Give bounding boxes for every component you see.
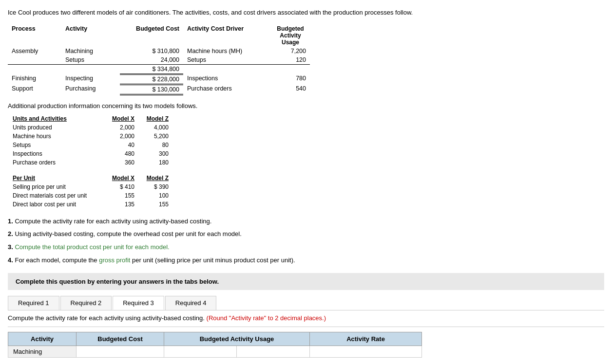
answer-rate-machining-input[interactable]	[315, 348, 417, 355]
units-row-produced: Units produced 2,000 4,000	[8, 123, 173, 132]
answer-header-usage: Budgeted Activity Usage	[164, 332, 310, 346]
units-row-setups: Setups 40 80	[8, 141, 173, 149]
answer-usage1-machining-input[interactable]	[169, 348, 231, 355]
tab-instruction-text: Compute the activity rate for each activ…	[8, 314, 205, 322]
cost-cost-machining: $ 310,800	[120, 47, 183, 55]
cost-header-usage: BudgetedActivityUsage	[271, 24, 310, 47]
units-x-setups: 40	[105, 141, 139, 149]
perunit-row-selling: Selling price per unit $ 410 $ 390	[8, 182, 173, 191]
units-z-inspections: 300	[139, 149, 173, 158]
cost-activity-machining: Machining	[61, 47, 120, 55]
units-x-produced: 2,000	[105, 123, 139, 132]
units-row-inspections: Inspections 480 300	[8, 149, 173, 158]
cost-activity-inspecting: Inspecting	[61, 74, 120, 84]
perunit-z-dm: 100	[139, 191, 173, 200]
cost-driver-setups: Setups	[183, 55, 271, 65]
cost-cost-inspecting: $ 228,000	[120, 74, 183, 84]
perunit-z-selling: $ 390	[139, 182, 173, 191]
intro-text: Ice Cool produces two different models o…	[8, 8, 604, 18]
perunit-x-selling: $ 410	[105, 182, 139, 191]
units-label-setups: Setups	[8, 141, 105, 149]
cost-usage-setups: 120	[271, 55, 310, 65]
cost-subtotal: $ 334,800	[120, 64, 183, 74]
cost-driver-machining: Machine hours (MH)	[183, 47, 271, 55]
units-x-inspections: 480	[105, 149, 139, 158]
cost-driver-inspecting: Inspections	[183, 74, 271, 84]
question-2: 2. Using activity-based costing, compute…	[8, 228, 604, 240]
units-label-produced: Units produced	[8, 123, 105, 132]
perunit-header-label: Per Unit	[8, 174, 105, 182]
answer-header-rate: Activity Rate	[310, 332, 422, 346]
cost-activity-setups: Setups	[61, 55, 120, 65]
answer-rate-machining[interactable]	[310, 346, 422, 358]
tab-required-3[interactable]: Required 3	[113, 296, 164, 310]
cost-process-finishing: Finishing	[8, 74, 61, 84]
perunit-x-dm: 155	[105, 191, 139, 200]
cost-header-activity: Activity	[61, 24, 120, 47]
tab-required-4[interactable]: Required 4	[165, 296, 217, 310]
units-z-po: 180	[139, 158, 173, 167]
units-label-po: Purchase orders	[8, 158, 105, 167]
units-x-po: 360	[105, 158, 139, 167]
questions-section: 1. Compute the activity rate for each ac…	[8, 216, 604, 267]
answer-activity-machining: Machining	[8, 346, 76, 358]
cost-row-purchasing: Support Purchasing $ 130,000 Purchase or…	[8, 84, 310, 94]
tabs-container: Required 1 Required 2 Required 3 Require…	[8, 296, 604, 310]
per-unit-table: Per Unit Model X Model Z Selling price p…	[8, 174, 173, 209]
units-z-setups: 80	[139, 141, 173, 149]
answer-usage2-machining-input[interactable]	[242, 348, 305, 355]
units-x-mh: 2,000	[105, 132, 139, 141]
cost-usage-purchasing: 540	[271, 84, 310, 94]
cost-process-setups	[8, 55, 61, 65]
perunit-label-selling: Selling price per unit	[8, 182, 105, 191]
perunit-header-x: Model X	[105, 174, 139, 182]
cost-process-assembly: Assembly	[8, 47, 61, 55]
perunit-row-dm: Direct materials cost per unit 155 100	[8, 191, 173, 200]
units-z-mh: 5,200	[139, 132, 173, 141]
cost-header-process: Process	[8, 24, 61, 47]
cost-activity-purchasing: Purchasing	[61, 84, 120, 94]
answer-usage1-machining[interactable]	[164, 346, 237, 358]
additional-text: Additional production information concer…	[8, 102, 604, 109]
cost-row-setups: Setups 24,000 Setups 120	[8, 55, 310, 65]
units-header-x: Model X	[105, 114, 139, 123]
answer-cost-machining[interactable]	[76, 346, 164, 358]
tab-required-1[interactable]: Required 1	[8, 296, 59, 310]
question-1: 1. Compute the activity rate for each ac…	[8, 216, 604, 228]
tab-required-2[interactable]: Required 2	[60, 296, 112, 310]
units-header-label: Units and Activities	[8, 114, 105, 123]
cost-process-support: Support	[8, 84, 61, 94]
answer-usage2-machining[interactable]	[237, 346, 310, 358]
units-z-produced: 4,000	[139, 123, 173, 132]
answer-table: Activity Budgeted Cost Budgeted Activity…	[8, 332, 422, 358]
question-3: 3. Compute the total product cost per un…	[8, 241, 604, 254]
tab-instruction-note: (Round "Activity rate" to 2 decimal plac…	[207, 314, 326, 322]
cost-usage-machining: 7,200	[271, 47, 310, 55]
question-4: 4. For each model, compute the gross pro…	[8, 255, 604, 267]
tab-instruction: Compute the activity rate for each activ…	[8, 310, 604, 327]
units-table: Units and Activities Model X Model Z Uni…	[8, 114, 173, 167]
perunit-z-dl: 155	[139, 200, 173, 209]
perunit-x-dl: 135	[105, 200, 139, 209]
units-label-mh: Machine hours	[8, 132, 105, 141]
perunit-row-dl: Direct labor cost per unit 135 155	[8, 200, 173, 209]
answer-header-budgeted: Budgeted Cost	[76, 332, 164, 346]
cost-usage-inspecting: 780	[271, 74, 310, 84]
cost-cost-setups: 24,000	[120, 55, 183, 65]
units-row-po: Purchase orders 360 180	[8, 158, 173, 167]
cost-header-driver: Activity Cost Driver	[183, 24, 271, 47]
cost-row-inspecting: Finishing Inspecting $ 228,000 Inspectio…	[8, 74, 310, 84]
perunit-header-z: Model Z	[139, 174, 173, 182]
perunit-label-dl: Direct labor cost per unit	[8, 200, 105, 209]
cost-table: Process Activity Budgeted Cost Activity …	[8, 24, 310, 95]
complete-box: Complete this question by entering your …	[8, 273, 604, 290]
cost-header-budgeted: Budgeted Cost	[120, 24, 183, 47]
perunit-label-dm: Direct materials cost per unit	[8, 191, 105, 200]
cost-row-subtotal: $ 334,800	[8, 64, 310, 74]
answer-cost-machining-input[interactable]	[81, 348, 159, 355]
answer-header-activity: Activity	[8, 332, 76, 346]
units-row-mh: Machine hours 2,000 5,200	[8, 132, 173, 141]
complete-box-text: Complete this question by entering your …	[16, 278, 219, 285]
cost-row-machining: Assembly Machining $ 310,800 Machine hou…	[8, 47, 310, 55]
cost-cost-purchasing: $ 130,000	[120, 84, 183, 94]
